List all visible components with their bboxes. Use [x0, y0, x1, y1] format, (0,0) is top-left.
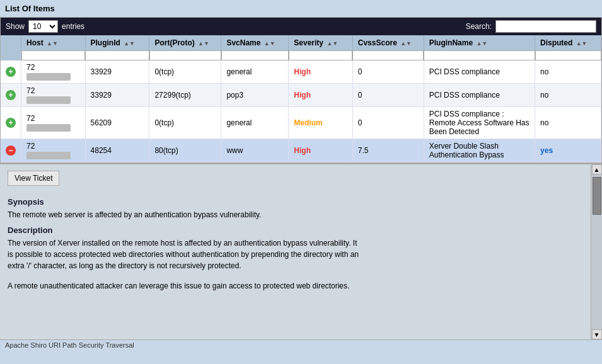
filter-port-proto[interactable] — [149, 50, 221, 60]
cell-port-proto: 0(tcp) — [149, 60, 221, 84]
cell-disputed: no — [535, 84, 601, 107]
filter-plugin-name[interactable] — [424, 50, 535, 60]
cell-svc-name: general — [221, 107, 289, 139]
cell-cvss-score: 0 — [352, 107, 424, 139]
table-row[interactable]: +72 562090(tcp)generalMedium0PCI DSS com… — [1, 107, 601, 139]
cell-plugin-name: PCI DSS compliance — [424, 84, 535, 107]
scroll-thumb[interactable] — [593, 177, 601, 215]
row-icon-cell: + — [1, 84, 21, 107]
table-row[interactable]: +72 339290(tcp)generalHigh0PCI DSS compl… — [1, 60, 601, 84]
row-icon-cell: − — [1, 139, 21, 162]
ip-blur — [26, 73, 71, 81]
table-filter-row — [1, 50, 601, 60]
synopsis-text: The remote web server is affected by an … — [8, 209, 361, 220]
cell-cvss-score: 0 — [352, 84, 424, 107]
cell-plugin-id: 56209 — [85, 107, 149, 139]
col-port-proto[interactable]: Port(Proto) ▲▼ — [149, 35, 221, 50]
cell-severity: High — [289, 60, 352, 84]
toolbar-left: Show 10 25 50 100 entries — [6, 20, 84, 33]
toolbar: Show 10 25 50 100 entries Search: — [1, 18, 601, 35]
cell-plugin-id: 48254 — [85, 139, 149, 162]
col-cvss-score[interactable]: CvssScore ▲▼ — [352, 35, 424, 50]
scroll-up-button[interactable]: ▲ — [592, 164, 602, 174]
filter-plugin-id[interactable] — [85, 50, 149, 60]
search-input[interactable] — [495, 20, 596, 33]
minus-icon: − — [6, 145, 16, 156]
table-row[interactable]: −72 4825480(tcp)wwwHigh7.5Xerver Double … — [1, 139, 601, 162]
ip-blur — [26, 152, 71, 159]
detail-panel: View Ticket Synopsis The remote web serv… — [0, 163, 602, 339]
cell-svc-name: pop3 — [221, 84, 289, 107]
filter-svc-name[interactable] — [221, 50, 289, 60]
cell-disputed: yes — [535, 139, 601, 162]
scroll-down-button[interactable]: ▼ — [592, 329, 602, 339]
cell-severity: High — [289, 84, 352, 107]
cell-port-proto: 0(tcp) — [149, 107, 221, 139]
cell-host: 72 — [21, 60, 86, 84]
ip-blur — [26, 96, 71, 104]
table-header-row: Host ▲▼ PluginId ▲▼ Port(Proto) ▲▼ SvcNa… — [1, 35, 601, 50]
cell-host: 72 — [21, 107, 86, 139]
col-disputed[interactable]: Disputed ▲▼ — [535, 35, 601, 50]
search-label: Search: — [466, 22, 492, 31]
col-severity[interactable]: Severity ▲▼ — [289, 35, 352, 50]
cell-svc-name: www — [221, 139, 289, 162]
cell-host: 72 — [21, 84, 86, 107]
plus-icon: + — [6, 67, 16, 77]
show-label: Show — [6, 22, 25, 31]
cell-severity: Medium — [289, 107, 352, 139]
table-body: +72 339290(tcp)generalHigh0PCI DSS compl… — [1, 60, 601, 162]
page-title: List Of Items — [0, 0, 602, 17]
plus-icon: + — [6, 90, 16, 100]
view-ticket-button[interactable]: View Ticket — [8, 171, 59, 186]
cell-port-proto: 80(tcp) — [149, 139, 221, 162]
cell-cvss-score: 0 — [352, 60, 424, 84]
row-icon-cell: + — [1, 60, 21, 84]
filter-host[interactable] — [21, 50, 86, 60]
items-table: Host ▲▼ PluginId ▲▼ Port(Proto) ▲▼ SvcNa… — [1, 35, 601, 162]
table-row[interactable]: +72 3392927299(tcp)pop3High0PCI DSS comp… — [1, 84, 601, 107]
filter-disputed[interactable] — [535, 50, 601, 60]
row-icon-cell: + — [1, 107, 21, 139]
filter-severity[interactable] — [289, 50, 352, 60]
description-text1: The version of Xerver installed on the r… — [8, 237, 361, 271]
table-container: Show 10 25 50 100 entries Search: Host ▲… — [0, 17, 602, 163]
toolbar-right: Search: — [466, 20, 596, 33]
synopsis-title: Synopsis — [8, 197, 594, 207]
description-text2: A remote unauthenticated attacker can le… — [8, 280, 361, 292]
description-title: Description — [8, 225, 594, 235]
cell-disputed: no — [535, 60, 601, 84]
cell-plugin-id: 33929 — [85, 60, 149, 84]
col-plugin-id[interactable]: PluginId ▲▼ — [85, 35, 149, 50]
cell-host: 72 — [21, 139, 86, 162]
cell-plugin-id: 33929 — [85, 84, 149, 107]
filter-cvss-score[interactable] — [352, 50, 424, 60]
col-plugin-name[interactable]: PluginName ▲▼ — [424, 35, 535, 50]
cell-port-proto: 27299(tcp) — [149, 84, 221, 107]
cell-plugin-name: Xerver Double Slash Authentication Bypas… — [424, 139, 535, 162]
cell-plugin-name: PCI DSS compliance : Remote Access Softw… — [424, 107, 535, 139]
col-icon — [1, 35, 21, 50]
plus-icon: + — [6, 118, 16, 128]
col-host[interactable]: Host ▲▼ — [21, 35, 86, 50]
cell-cvss-score: 7.5 — [352, 139, 424, 162]
cell-plugin-name: PCI DSS compliance — [424, 60, 535, 84]
cell-severity: High — [289, 139, 352, 162]
entries-label: entries — [62, 22, 84, 31]
entries-select[interactable]: 10 25 50 100 — [28, 20, 58, 33]
ip-blur — [26, 124, 71, 132]
cell-disputed: no — [535, 107, 601, 139]
scrollbar[interactable]: ▲ ▼ — [591, 164, 602, 339]
col-svc-name[interactable]: SvcName ▲▼ — [221, 35, 289, 50]
cell-svc-name: general — [221, 60, 289, 84]
bottom-status: Apache Shiro URI Path Security Traversal — [0, 339, 602, 350]
